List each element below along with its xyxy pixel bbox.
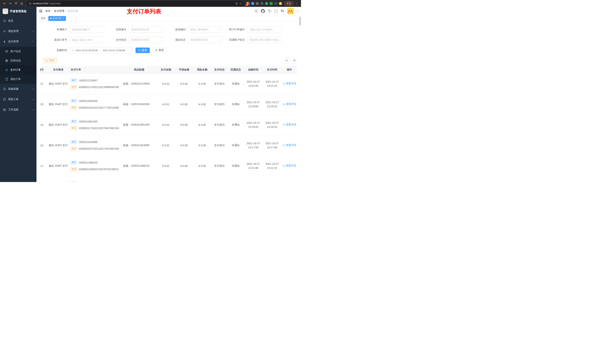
create-time-cell: 2021-10-2713:22:05 bbox=[244, 73, 263, 94]
notify-status-select[interactable]: 请选择订单回调商户状态 bbox=[247, 37, 282, 43]
pay-time-cell: 2021-10-2713:11:15 bbox=[263, 156, 281, 176]
view-detail-link[interactable]: 查看详情 bbox=[283, 144, 296, 147]
sidebar-item-pay-order[interactable]: 支付订单 bbox=[0, 65, 36, 74]
sidebar-item-infra[interactable]: 基础设施 bbox=[0, 84, 36, 94]
sidebar: 芋道管理系统 首页 系统管理 ¥ 支付管理 商户信息 bbox=[0, 7, 36, 182]
channel-order-no-input[interactable] bbox=[70, 37, 104, 43]
column-header-order: 支付订单 bbox=[69, 66, 122, 73]
sidebar-item-workflow[interactable]: 工作流程 bbox=[0, 104, 36, 115]
filter-label: 回调商户状态 bbox=[224, 38, 245, 42]
breadcrumb-section[interactable]: 支付管理 bbox=[54, 10, 64, 13]
actions-cell: 查看详情 bbox=[281, 156, 297, 176]
font-size-icon[interactable]: TT bbox=[281, 9, 284, 13]
extension-pin-icon[interactable] bbox=[274, 2, 277, 5]
pay-status-cell: 支付成功 bbox=[211, 73, 227, 94]
notify-status-cell: 未通知 bbox=[227, 135, 244, 156]
channel-cell: 微信 JSAPI 支付 bbox=[48, 156, 69, 176]
refund-status-select[interactable]: 请选择退款状态 bbox=[188, 37, 223, 43]
browser-menu-icon[interactable]: ⋮ bbox=[294, 2, 299, 5]
avatar-caret-icon[interactable] bbox=[297, 10, 298, 11]
user-avatar[interactable] bbox=[287, 8, 294, 14]
extension-check-icon[interactable]: ✓ bbox=[265, 2, 268, 5]
monitor-icon bbox=[3, 87, 6, 90]
browser-forward-button[interactable] bbox=[8, 1, 13, 6]
search-icon[interactable] bbox=[255, 10, 258, 13]
pay-submenu: 商户信息 应用信息 支付订单 退款订单 bbox=[0, 47, 36, 84]
browser-home-button[interactable] bbox=[19, 1, 24, 6]
bookmark-star-icon[interactable]: ☆ bbox=[239, 2, 242, 5]
filter-label: 支付状态 bbox=[106, 38, 126, 42]
notify-status-cell: 未通知 bbox=[227, 114, 244, 135]
refresh-button[interactable] bbox=[291, 58, 297, 63]
search-button[interactable]: 搜索 bbox=[136, 48, 150, 53]
sidebar-item-refund-order[interactable]: 退款订单 bbox=[0, 74, 36, 84]
orders-table-wrap: 编号 支付渠道 支付订单 商品标题 支付金额 手续金额 退款金额 支付状态 回调… bbox=[40, 66, 297, 182]
pay-status-select[interactable]: 请选择支付状态 bbox=[129, 37, 163, 43]
export-button[interactable]: 导出 bbox=[43, 58, 57, 63]
actions-cell: 查看详情 bbox=[281, 73, 297, 94]
close-tab-icon[interactable]: × bbox=[63, 17, 64, 20]
merchant-tag: 商户 bbox=[70, 181, 77, 182]
date-separator: - bbox=[100, 49, 101, 52]
fullscreen-icon[interactable] bbox=[274, 10, 278, 13]
extension-icon[interactable] bbox=[260, 2, 263, 5]
subject-cell: 标题：1635311468233 bbox=[122, 156, 157, 176]
extension-icon[interactable] bbox=[256, 2, 259, 5]
orders-table: 编号 支付渠道 支付订单 商品标题 支付金额 手续金额 退款金额 支付状态 回调… bbox=[40, 66, 297, 182]
chevron-down-icon bbox=[32, 88, 34, 90]
browser-update-button[interactable]: 更新 bbox=[284, 1, 293, 6]
tab-home[interactable]: 首页 bbox=[39, 16, 47, 21]
browser-reload-button[interactable] bbox=[13, 1, 18, 6]
reset-button[interactable]: 重置 bbox=[152, 48, 167, 53]
date-start: 2021-10-01 00:00:00 bbox=[75, 49, 98, 52]
sidebar-item-home[interactable]: 首页 bbox=[0, 16, 36, 26]
sidebar-toggle-icon[interactable] bbox=[39, 10, 43, 12]
pay-time-cell: 2021-10-2713:22:15 bbox=[263, 73, 281, 94]
view-detail-link[interactable]: 查看详情 bbox=[283, 82, 296, 85]
chevron-down-icon bbox=[219, 29, 221, 31]
breadcrumb-home[interactable]: 首页 bbox=[45, 10, 51, 13]
tab-pay-order[interactable]: 支付订单 × bbox=[48, 16, 66, 21]
sidebar-item-merchant-info[interactable]: 商户信息 bbox=[0, 47, 36, 56]
sidebar-item-system[interactable]: 系统管理 bbox=[0, 26, 36, 36]
pay-amount-cell: ¥ 0.01 bbox=[157, 73, 175, 94]
table-header-row: 编号 支付渠道 支付订单 商品标题 支付金额 手续金额 退款金额 支付状态 回调… bbox=[40, 66, 297, 73]
view-detail-link[interactable]: 查看详情 bbox=[283, 164, 296, 167]
view-detail-link[interactable]: 查看详情 bbox=[283, 103, 296, 106]
merchant-input[interactable] bbox=[70, 26, 104, 33]
sidebar-item-pay[interactable]: ¥ 支付管理 bbox=[0, 36, 36, 47]
view-detail-link[interactable]: 查看详情 bbox=[283, 123, 296, 126]
url-bar[interactable]: localhost:1024/pay/order ☆ bbox=[27, 1, 244, 6]
sidebar-item-devtool[interactable]: 研发工具 bbox=[0, 94, 36, 104]
extension-chat-icon[interactable] bbox=[270, 2, 273, 5]
merchant-order-no-input[interactable] bbox=[247, 26, 282, 33]
filter-channel-code: 渠道编码 请输入渠道编码 bbox=[165, 26, 223, 33]
sidebar-item-app-info[interactable]: 应用信息 bbox=[0, 56, 36, 65]
app-select[interactable]: 请选择应用信息 bbox=[129, 26, 163, 33]
channel-code-select[interactable]: 请输入渠道编码 bbox=[188, 26, 223, 33]
sidebar-item-label: 支付订单 bbox=[10, 68, 21, 72]
share-icon[interactable] bbox=[235, 2, 238, 5]
browser-back-button[interactable] bbox=[2, 1, 7, 6]
pay-tag: 支付 bbox=[70, 106, 77, 110]
help-icon[interactable]: ? bbox=[268, 10, 271, 13]
create-time-cell: 2021-10-2713:18:02 bbox=[244, 114, 263, 135]
chevron-down-icon bbox=[160, 29, 161, 31]
extension-drop-icon[interactable] bbox=[251, 2, 254, 5]
github-icon[interactable] bbox=[261, 9, 265, 13]
order-id-cell bbox=[40, 176, 48, 182]
order-no-cell: 商户1635311823086 支付4200001167202110271022… bbox=[69, 135, 122, 156]
site-info-icon[interactable] bbox=[29, 2, 32, 5]
filter-label: 渠道编码 bbox=[165, 28, 185, 31]
page-scrollbar-thumb[interactable] bbox=[300, 17, 301, 26]
toggle-search-button[interactable] bbox=[284, 58, 290, 63]
channel-cell: 微信 JSAPI 支付 bbox=[48, 94, 69, 114]
table-row: 118 微信 JSAPI 支付 商户1635311823086 支付420000… bbox=[40, 135, 297, 156]
extension-monkey-icon[interactable] bbox=[279, 2, 282, 5]
sidebar-item-label: 退款订单 bbox=[10, 77, 21, 81]
create-time-range-picker[interactable]: 2021-10-01 00:00:00 - 2021-10-31 23:59:5… bbox=[70, 47, 133, 53]
order-no-cell: 商户1635311357968 支付 bbox=[69, 176, 122, 182]
pay-status-cell: 支付成功 bbox=[211, 156, 227, 176]
refund-amount-cell: ¥ 0.00 bbox=[193, 156, 211, 176]
extension-grid-icon[interactable]: 10 bbox=[247, 2, 249, 5]
